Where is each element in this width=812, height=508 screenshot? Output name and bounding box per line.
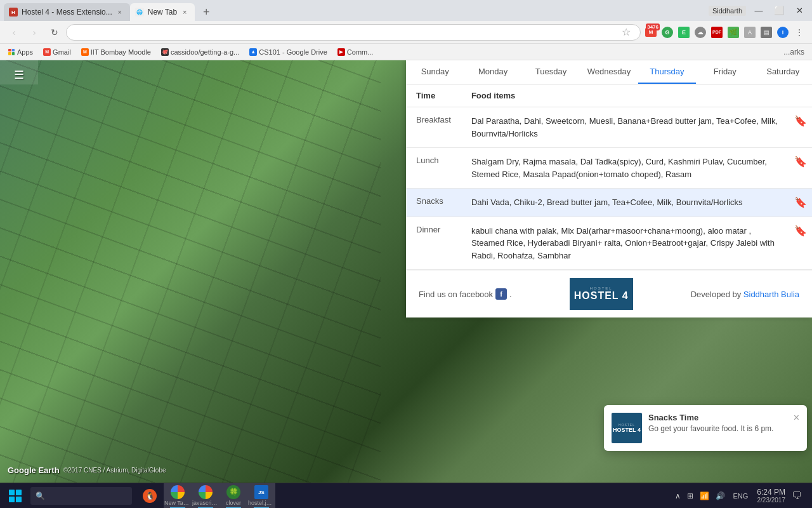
tab-title-newtab: New Tab [148, 8, 177, 17]
url-input[interactable] [73, 27, 619, 37]
bookmark-star-icon[interactable]: ☆ [619, 25, 634, 40]
tab-hostel[interactable]: H Hostel 4 - Mess Extensio... × [4, 3, 130, 21]
taskbar-clover[interactable]: 🍀 clover [219, 483, 247, 509]
bookmark-label-cs101: CS101 - Google Drive [259, 48, 327, 56]
chrome-extension-blue[interactable]: i [775, 25, 790, 40]
tab-newtab[interactable]: 🌐 New Tab × [130, 3, 195, 21]
chrome-newtab-icon [171, 485, 185, 499]
taskbar-hosteljs[interactable]: JS hostel.js — C:\User... [247, 483, 275, 509]
taskbar-search[interactable]: 🔍 [30, 487, 132, 505]
bookmark-breakfast-icon[interactable]: 🔖 [789, 107, 812, 148]
evernote-icon[interactable]: E [676, 25, 691, 40]
notification-close-button[interactable]: × [794, 413, 799, 423]
bookmark-gmail[interactable]: M Gmail [41, 47, 74, 57]
forward-button[interactable]: › [25, 23, 43, 41]
language-button[interactable]: ENG [730, 491, 750, 501]
address-bar[interactable]: ☆ [66, 24, 641, 41]
bookmark-lunch-icon[interactable]: 🔖 [789, 148, 812, 189]
minimize-button[interactable]: — [751, 3, 766, 18]
action-center-button[interactable]: 🗨 [788, 487, 806, 505]
meal-items-dinner: kabuli chana with palak, Mix Dal(arhar+m… [461, 217, 789, 270]
meal-row-dinner: Dinner kabuli chana with palak, Mix Dal(… [406, 217, 812, 270]
clover-icon: 🍀 [226, 485, 240, 499]
back-button[interactable]: ‹ [5, 23, 23, 41]
meal-label-snacks: Snacks [406, 189, 461, 217]
google-icon[interactable]: G [660, 25, 675, 40]
mess-footer: Find us on facebook f . HOSTEL HOSTEL 4 … [406, 270, 812, 318]
cs101-favicon: ▲ [249, 48, 257, 56]
meal-row-lunch: Lunch Shalgam Dry, Rajma masala, Dal Tad… [406, 148, 812, 189]
hostel-logo-name-footer: HOSTEL 4 [574, 290, 629, 302]
extension-icon-a[interactable]: A [742, 25, 757, 40]
facebook-icon: f [495, 288, 507, 300]
tray-wifi-icon[interactable]: 📶 [698, 490, 710, 502]
developed-by-text: Developed by Siddharth Bulia [691, 290, 799, 299]
developer-link[interactable]: Siddharth Bulia [743, 290, 799, 299]
toolbar-icons: M 3476 G E ☁ PDF 🌿 A ▤ [643, 25, 807, 40]
tab-favicon-hostel: H [9, 8, 18, 17]
new-tab-button[interactable]: + [197, 3, 215, 21]
bookmark-comm[interactable]: ▶ Comm... [335, 47, 376, 57]
meal-row-breakfast: Breakfast Dal Paraatha, Dahi, Sweetcorn,… [406, 107, 812, 148]
chrome-js-icon [199, 485, 213, 499]
facebook-link[interactable]: Find us on facebook f . [419, 288, 512, 300]
cloud-icon[interactable]: ☁ [693, 25, 708, 40]
tab-thursday[interactable]: Thursday [638, 60, 696, 84]
tab-saturday[interactable]: Saturday [754, 60, 812, 84]
col-food: Food items [461, 84, 789, 107]
tab-close-newtab[interactable]: × [180, 7, 190, 17]
earth-logo: Google Earth [8, 465, 60, 475]
tray-tablet-icon[interactable]: ⊞ [686, 490, 695, 502]
notif-logo-text: HOSTEL 4 [613, 427, 641, 433]
tab-strip: H Hostel 4 - Mess Extensio... × 🌐 New Ta… [0, 0, 709, 21]
maximize-button[interactable]: ⬜ [771, 3, 787, 18]
clock-time: 6:24 PM [757, 488, 785, 497]
taskbar-chrome-js[interactable]: javascript - Adding ... [192, 483, 219, 509]
bookmark-label-cassidoo: cassidoo/getting-a-g... [171, 48, 239, 56]
meal-items-lunch: Shalgam Dry, Rajma masala, Dal Tadka(spi… [461, 148, 789, 189]
extension-icon-b[interactable]: ▤ [759, 25, 774, 40]
honey-icon[interactable]: 🌿 [726, 25, 741, 40]
hamburger-menu-icon[interactable]: ☰ [11, 65, 27, 84]
tab-title-hostel: Hostel 4 - Mess Extensio... [22, 8, 112, 17]
notification-popup: HOSTEL HOSTEL 4 Snacks Time Go get your … [604, 405, 807, 451]
meal-label-breakfast: Breakfast [406, 107, 461, 148]
bookmark-cassidoo[interactable]: 🐙 cassidoo/getting-a-g... [159, 47, 242, 57]
bookmark-cs101[interactable]: ▲ CS101 - Google Drive [247, 47, 330, 57]
tab-monday[interactable]: Monday [464, 60, 521, 84]
bookmark-moodle[interactable]: M IIT Bombay Moodle [79, 47, 154, 57]
clock-area[interactable]: 6:24 PM 2/23/2017 [757, 488, 785, 504]
tab-wednesday[interactable]: Wednesday [580, 60, 638, 84]
taskbar-search-icon: 🔍 [36, 491, 45, 500]
reload-button[interactable]: ↻ [46, 23, 63, 41]
tab-friday[interactable]: Friday [696, 60, 754, 84]
earth-label: Google Earth ©2017 CNES / Astrium, Digit… [8, 465, 166, 475]
bookmark-apps[interactable]: Apps [5, 47, 36, 57]
mess-panel: Sunday Monday Tuesday Wednesday Thursday… [406, 60, 812, 318]
bookmark-label-comm: Comm... [347, 48, 374, 56]
tab-close-hostel[interactable]: × [115, 7, 125, 17]
tab-tuesday[interactable]: Tuesday [522, 60, 580, 84]
taskbar-chrome-newtab[interactable]: New Tab - Google ... [164, 483, 192, 509]
bookmark-more[interactable]: ...arks [781, 46, 807, 58]
bookmark-snacks-icon[interactable]: 🔖 [789, 189, 812, 217]
notification-content: Snacks Time Go get your favourite food. … [648, 413, 787, 433]
tab-sunday[interactable]: Sunday [406, 60, 464, 84]
close-button[interactable]: ✕ [792, 3, 807, 18]
apps-favicon [8, 48, 15, 56]
taskbar-ubuntu[interactable]: 🐧 [136, 483, 164, 509]
pdf-icon[interactable]: PDF [709, 25, 724, 40]
taskbar-label-hosteljs: hostel.js — C:\User... [248, 500, 275, 506]
meal-row-snacks: Snacks Dahi Vada, Chiku-2, Bread butter … [406, 189, 812, 217]
tray-up-icon[interactable]: ∧ [674, 490, 682, 502]
bookmark-dinner-icon[interactable]: 🔖 [789, 217, 812, 270]
gmail-icon[interactable]: M 3476 [643, 25, 658, 40]
taskbar-right: ∧ ⊞ 📶 🔊 ENG 6:24 PM 2/23/2017 🗨 [670, 487, 809, 505]
chrome-menu-button[interactable]: ⋮ [792, 25, 807, 40]
hosteljs-icon: JS [254, 485, 268, 499]
start-button[interactable] [3, 483, 28, 509]
system-tray: ∧ ⊞ 📶 🔊 ENG [674, 490, 750, 502]
tray-volume-icon[interactable]: 🔊 [714, 490, 726, 502]
bookmarks-bar: Apps M Gmail M IIT Bombay Moodle 🐙 cassi… [0, 44, 812, 60]
taskbar-label-js: javascript - Adding ... [192, 500, 219, 506]
